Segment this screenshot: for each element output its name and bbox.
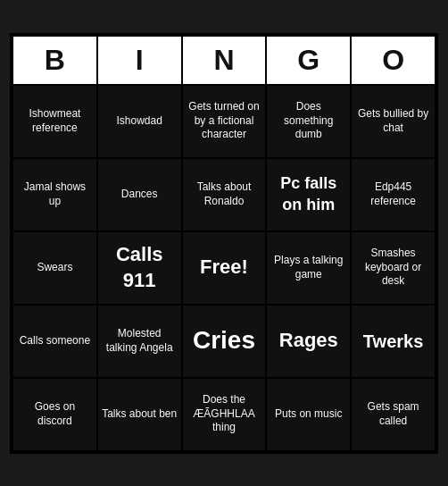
bingo-cell-r5c5[interactable]: Gets spam called bbox=[351, 378, 436, 451]
cell-text-r5c4: Puts on music bbox=[275, 407, 342, 422]
cell-text-r5c5: Gets spam called bbox=[355, 400, 431, 428]
bingo-cell-r2c1[interactable]: Jamal shows up bbox=[12, 158, 97, 231]
bingo-cell-r2c2[interactable]: Dances bbox=[97, 158, 182, 231]
cell-text-r2c1: Jamal shows up bbox=[17, 180, 93, 208]
cell-text-r1c3: Gets turned on by a fictional character bbox=[187, 100, 262, 142]
bingo-cell-r5c2[interactable]: Talks about ben bbox=[97, 378, 182, 451]
bingo-cell-r2c5[interactable]: Edp445 reference bbox=[351, 158, 436, 231]
cell-text-r5c2: Talks about ben bbox=[102, 407, 177, 422]
cell-text-r1c4: Does something dumb bbox=[270, 100, 346, 142]
bingo-cell-r3c2[interactable]: Calls 911 bbox=[97, 231, 182, 305]
cell-text-r3c1: Swears bbox=[37, 261, 72, 275]
bingo-cell-r4c3[interactable]: Cries bbox=[182, 305, 267, 378]
bingo-header: BINGO bbox=[12, 36, 436, 85]
bingo-cell-r1c2[interactable]: Ishowdad bbox=[97, 85, 182, 158]
bingo-cell-r4c5[interactable]: Twerks bbox=[351, 305, 436, 378]
bingo-cell-r2c3[interactable]: Talks about Ronaldo bbox=[182, 158, 267, 231]
bingo-cell-r1c5[interactable]: Gets bullied by chat bbox=[351, 85, 436, 158]
cell-text-r5c3: Does the ÆÃGHHLAA thing bbox=[187, 393, 262, 435]
cell-text-r1c2: Ishowdad bbox=[117, 114, 162, 129]
bingo-cell-r4c1[interactable]: Calls someone bbox=[12, 305, 97, 378]
header-letter-n: N bbox=[182, 36, 267, 85]
bingo-cell-r1c3[interactable]: Gets turned on by a fictional character bbox=[182, 85, 267, 158]
cell-text-r5c1: Goes on discord bbox=[17, 400, 93, 428]
bingo-cell-r5c3[interactable]: Does the ÆÃGHHLAA thing bbox=[182, 378, 267, 451]
cell-text-r2c4: Pc falls on him bbox=[270, 173, 346, 215]
bingo-grid: Ishowmeat referenceIshowdadGets turned o… bbox=[12, 85, 436, 451]
bingo-cell-r1c1[interactable]: Ishowmeat reference bbox=[12, 85, 97, 158]
bingo-cell-r5c1[interactable]: Goes on discord bbox=[12, 378, 97, 451]
cell-text-r3c2: Calls 911 bbox=[102, 242, 178, 293]
bingo-cell-r2c4[interactable]: Pc falls on him bbox=[266, 158, 351, 231]
cell-text-r2c2: Dances bbox=[121, 188, 158, 202]
cell-text-r4c2: Molested talking Angela bbox=[102, 327, 178, 355]
header-letter-b: B bbox=[12, 36, 97, 85]
cell-text-r4c3: Cries bbox=[193, 324, 255, 356]
bingo-cell-r3c1[interactable]: Swears bbox=[12, 231, 97, 305]
cell-text-r3c4: Plays a talking game bbox=[270, 254, 346, 281]
cell-text-r4c4: Rages bbox=[279, 328, 338, 354]
bingo-cell-r4c2[interactable]: Molested talking Angela bbox=[97, 305, 182, 378]
bingo-cell-r5c4[interactable]: Puts on music bbox=[266, 378, 351, 451]
bingo-cell-r3c5[interactable]: Smashes keyboard or desk bbox=[351, 231, 436, 305]
header-letter-g: G bbox=[266, 36, 351, 85]
bingo-card: BINGO Ishowmeat referenceIshowdadGets tu… bbox=[10, 33, 438, 454]
cell-text-r4c1: Calls someone bbox=[20, 334, 90, 348]
cell-text-r1c5: Gets bullied by chat bbox=[355, 107, 431, 135]
header-letter-i: I bbox=[97, 36, 182, 85]
bingo-cell-r3c4[interactable]: Plays a talking game bbox=[266, 231, 351, 305]
cell-text-r4c5: Twerks bbox=[363, 330, 423, 353]
cell-text-r1c1: Ishowmeat reference bbox=[17, 107, 93, 135]
cell-text-r3c3: Free! bbox=[200, 255, 248, 281]
cell-text-r2c5: Edp445 reference bbox=[355, 180, 431, 208]
cell-text-r3c5: Smashes keyboard or desk bbox=[355, 247, 431, 289]
header-letter-o: O bbox=[351, 36, 436, 85]
cell-text-r2c3: Talks about Ronaldo bbox=[187, 180, 262, 208]
bingo-cell-r1c4[interactable]: Does something dumb bbox=[266, 85, 351, 158]
bingo-cell-r4c4[interactable]: Rages bbox=[266, 305, 351, 378]
bingo-cell-r3c3[interactable]: Free! bbox=[182, 231, 267, 305]
